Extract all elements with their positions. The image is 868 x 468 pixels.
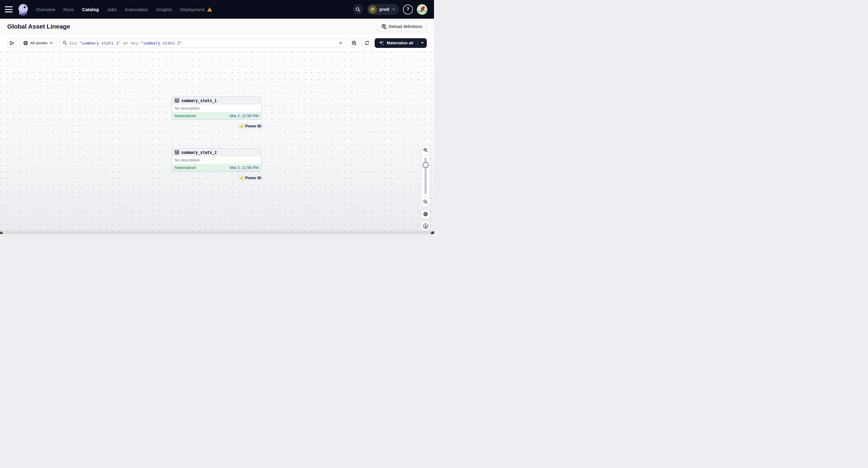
asset-tag-power-bi[interactable]: Power BI	[237, 175, 264, 181]
zoom-controls	[421, 145, 430, 207]
asset-node-summary-stats-1[interactable]: summary_stats_1 No description Materiali…	[172, 96, 261, 120]
table-icon	[175, 150, 179, 155]
dagster-logo[interactable]	[17, 3, 30, 15]
zoom-in-icon	[423, 148, 428, 152]
asset-node-status-row: Materialized Mar 2, 11:56 PM	[172, 112, 261, 119]
lineage-canvas[interactable]: summary_stats_1 No description Materiali…	[0, 52, 434, 234]
refresh-graph-button[interactable]	[362, 38, 372, 48]
refresh-icon	[365, 40, 370, 45]
asset-node-body: No description	[172, 156, 261, 164]
help-button[interactable]: ?	[403, 4, 413, 14]
nav-item-deployment-label: Deployment	[180, 7, 205, 12]
power-bi-icon	[240, 124, 243, 128]
globe-icon	[23, 41, 28, 45]
workspace-name: prod	[379, 7, 389, 12]
workspace-avatar: P	[369, 5, 377, 13]
asset-tag-label: Power BI	[245, 176, 261, 180]
nav-item-runs[interactable]: Runs	[63, 7, 74, 12]
zoom-slider	[421, 155, 430, 197]
clear-search-icon[interactable]: ✕	[338, 40, 343, 46]
workspace-switcher[interactable]: P prod	[367, 4, 399, 15]
materialize-options-button[interactable]	[417, 38, 427, 48]
nav-item-automation[interactable]: Automation	[125, 7, 148, 12]
lineage-toolbar: All assets key:"summary_stats_1" or key:…	[0, 34, 434, 52]
primary-nav: Overview Runs Catalog Jobs Automation In…	[36, 7, 212, 12]
zoom-out-button[interactable]	[421, 197, 430, 206]
asset-tag-power-bi[interactable]: Power BI	[237, 123, 264, 129]
materialize-all-label: Materialize all	[387, 41, 413, 45]
asset-name: summary_stats_2	[181, 150, 217, 155]
user-avatar[interactable]	[417, 4, 427, 15]
asset-name: summary_stats_1	[181, 98, 217, 103]
status-badge: Materialized	[175, 114, 196, 118]
materialization-timestamp[interactable]: Mar 2, 11:56 PM	[230, 114, 258, 118]
page-header: Global Asset Lineage Reload definitions	[0, 19, 434, 34]
open-left-panel-button[interactable]	[7, 38, 17, 48]
asset-node-header: summary_stats_1	[172, 97, 261, 104]
download-icon	[423, 223, 429, 229]
search-query-text: key:"summary_stats_1" or key:"summary_st…	[69, 41, 336, 45]
reload-definitions-label: Reload definitions	[389, 24, 422, 29]
asset-tag-label: Power BI	[245, 124, 261, 128]
warning-icon	[207, 7, 212, 12]
view-full-lineage-button[interactable]	[349, 38, 359, 48]
asset-description: No description	[175, 158, 200, 162]
window-corner-artifact	[0, 231, 3, 234]
reload-cube-icon	[381, 24, 386, 29]
search-icon	[63, 41, 67, 45]
caret-down-icon	[421, 42, 424, 44]
download-image-button[interactable]	[421, 221, 430, 231]
page-title: Global Asset Lineage	[7, 23, 70, 30]
reload-definitions-button[interactable]: Reload definitions	[376, 21, 427, 32]
nav-item-insights[interactable]: Insights	[156, 7, 172, 12]
nav-item-catalog[interactable]: Catalog	[82, 7, 99, 12]
chevron-down-icon	[392, 8, 396, 10]
zoom-slider-thumb[interactable]	[423, 162, 429, 168]
settings-gear-icon	[423, 211, 428, 217]
zoom-in-button[interactable]	[421, 146, 430, 155]
asset-node-header: summary_stats_2	[172, 149, 261, 156]
globe-add-icon	[351, 40, 357, 46]
asset-scope-label: All assets	[30, 41, 48, 45]
asset-description: No description	[175, 106, 200, 111]
window-corner-artifact	[431, 231, 434, 234]
power-bi-icon	[240, 176, 243, 180]
nav-item-jobs[interactable]: Jobs	[107, 7, 117, 12]
materialize-all-button[interactable]: Materialize all	[375, 38, 417, 48]
nav-item-overview[interactable]: Overview	[36, 7, 55, 12]
asset-node-status-row: Materialized Mar 2, 11:56 PM	[172, 164, 261, 171]
materialization-timestamp[interactable]: Mar 2, 11:56 PM	[230, 165, 258, 170]
asset-node-summary-stats-2[interactable]: summary_stats_2 No description Materiali…	[172, 148, 261, 171]
status-badge: Materialized	[175, 165, 196, 170]
hamburger-menu-icon[interactable]	[5, 6, 13, 12]
global-search-button[interactable]	[353, 4, 363, 14]
zoom-out-icon	[423, 199, 428, 204]
asset-scope-dropdown[interactable]: All assets	[20, 38, 56, 48]
graph-settings-button[interactable]	[421, 209, 430, 219]
materialize-split-button: Materialize all	[375, 38, 427, 48]
top-navbar: Overview Runs Catalog Jobs Automation In…	[0, 0, 434, 19]
chevron-down-icon	[50, 42, 53, 44]
table-icon	[175, 98, 179, 103]
nav-item-deployment[interactable]: Deployment	[180, 7, 212, 12]
search-icon	[355, 7, 361, 12]
asset-node-body: No description	[172, 104, 261, 112]
sparkles-icon	[379, 40, 384, 46]
asset-search-input[interactable]: key:"summary_stats_1" or key:"summary_st…	[59, 38, 346, 48]
help-icon: ?	[406, 6, 409, 12]
panel-toggle-icon	[10, 41, 15, 45]
